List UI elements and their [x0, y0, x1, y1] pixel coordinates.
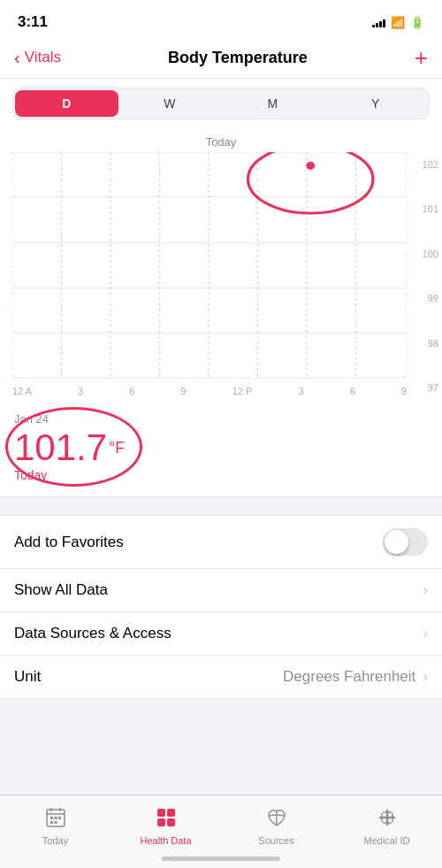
- chart-wrapper: 102 101 100 99 98 97: [0, 152, 442, 400]
- medical-id-icon: [377, 807, 398, 832]
- data-unit: °F: [109, 439, 125, 457]
- home-indicator: [0, 856, 442, 861]
- y-axis: 102 101 100 99 98 97: [423, 152, 438, 400]
- x-label-9p: 9: [401, 386, 407, 396]
- wifi-icon: 📶: [391, 16, 405, 29]
- settings-item-favorites: Add to Favorites: [0, 516, 442, 569]
- unit-label: Unit: [14, 668, 41, 686]
- signal-icon: [372, 17, 385, 27]
- nav-bar: ‹ Vitals Body Temperature +: [0, 39, 442, 79]
- home-bar: [162, 856, 280, 861]
- svg-rect-25: [54, 821, 57, 824]
- segment-btn-w[interactable]: W: [118, 90, 222, 117]
- data-sublabel: Today: [14, 468, 428, 482]
- svg-rect-28: [157, 818, 165, 826]
- data-value: 101.7: [14, 429, 107, 466]
- x-label-12a: 12 A: [12, 386, 32, 396]
- x-label-6a: 6: [129, 386, 134, 396]
- sources-icon: [266, 807, 287, 832]
- tab-health-data[interactable]: Health Data: [110, 807, 221, 846]
- back-button[interactable]: ‹ Vitals: [14, 48, 61, 68]
- x-label-3p: 3: [298, 386, 303, 396]
- x-label-3a: 3: [78, 386, 83, 396]
- chevron-left-icon: ‹: [14, 48, 20, 68]
- battery-icon: 🔋: [410, 16, 424, 29]
- segment-btn-m[interactable]: M: [221, 90, 324, 117]
- settings-item-sources[interactable]: Data Sources & Access ›: [0, 612, 442, 656]
- svg-rect-26: [157, 809, 165, 817]
- today-icon: [45, 807, 66, 832]
- show-all-right: ›: [423, 581, 428, 599]
- sources-right: ›: [423, 625, 428, 642]
- x-label-9a: 9: [181, 386, 187, 396]
- y-label-99: 99: [423, 293, 438, 303]
- tab-today-label: Today: [42, 835, 68, 846]
- data-display: Jan 24 101.7 °F Today: [0, 400, 442, 497]
- svg-rect-23: [58, 817, 61, 819]
- show-all-label: Show All Data: [14, 581, 108, 599]
- chart-today-label: Today: [0, 128, 442, 152]
- status-bar: 3:11 📶 🔋: [0, 0, 442, 39]
- x-axis: 12 A 3 6 9 12 P 3 6 9: [12, 386, 407, 396]
- unit-value: Degrees Fahrenheit: [283, 668, 415, 686]
- back-label: Vitals: [25, 49, 61, 66]
- svg-rect-24: [50, 821, 53, 824]
- tab-health-data-label: Health Data: [140, 835, 191, 846]
- svg-rect-27: [167, 809, 175, 817]
- chevron-right-icon-2: ›: [423, 625, 428, 642]
- y-label-102: 102: [423, 159, 438, 170]
- unit-right: Degrees Fahrenheit ›: [283, 668, 428, 686]
- settings-item-show-all[interactable]: Show All Data ›: [0, 569, 442, 612]
- tab-medical-id-label: Medical ID: [364, 835, 410, 846]
- settings-list: Add to Favorites Show All Data › Data So…: [0, 515, 442, 699]
- segment-container: D W M Y: [0, 79, 442, 128]
- chart-container: Today 102 101 100 99 98 97: [0, 128, 442, 400]
- favorites-label: Add to Favorites: [14, 534, 124, 551]
- segment-btn-d[interactable]: D: [15, 90, 118, 117]
- tab-sources[interactable]: Sources: [221, 807, 332, 846]
- status-time: 3:11: [18, 13, 48, 31]
- status-icons: 📶 🔋: [372, 16, 424, 29]
- chart-svg: [12, 152, 407, 379]
- data-value-row: 101.7 °F: [14, 429, 428, 466]
- sources-label: Data Sources & Access: [14, 625, 171, 642]
- y-label-98: 98: [423, 338, 438, 349]
- x-label-12p: 12 P: [232, 386, 253, 396]
- svg-rect-22: [54, 817, 57, 819]
- y-label-100: 100: [423, 249, 438, 259]
- toggle-knob: [385, 530, 408, 554]
- favorites-toggle[interactable]: [383, 528, 428, 556]
- y-label-101: 101: [423, 204, 438, 214]
- segment-btn-y[interactable]: Y: [324, 90, 428, 117]
- data-date: Jan 24: [14, 412, 428, 426]
- svg-point-15: [307, 162, 315, 169]
- tab-sources-label: Sources: [258, 835, 293, 846]
- add-button[interactable]: +: [415, 46, 428, 69]
- svg-point-16: [248, 152, 373, 213]
- segment-control: D W M Y: [12, 88, 430, 119]
- chevron-right-icon: ›: [423, 581, 428, 599]
- y-label-97: 97: [423, 382, 438, 393]
- chevron-right-icon-3: ›: [423, 668, 428, 686]
- x-label-6p: 6: [350, 386, 355, 396]
- health-data-icon: [156, 807, 177, 832]
- settings-item-unit[interactable]: Unit Degrees Fahrenheit ›: [0, 656, 442, 698]
- tab-today[interactable]: Today: [0, 807, 110, 846]
- svg-rect-29: [167, 818, 175, 826]
- page-title: Body Temperature: [168, 49, 308, 67]
- tab-medical-id[interactable]: Medical ID: [332, 807, 442, 846]
- svg-rect-21: [50, 817, 53, 819]
